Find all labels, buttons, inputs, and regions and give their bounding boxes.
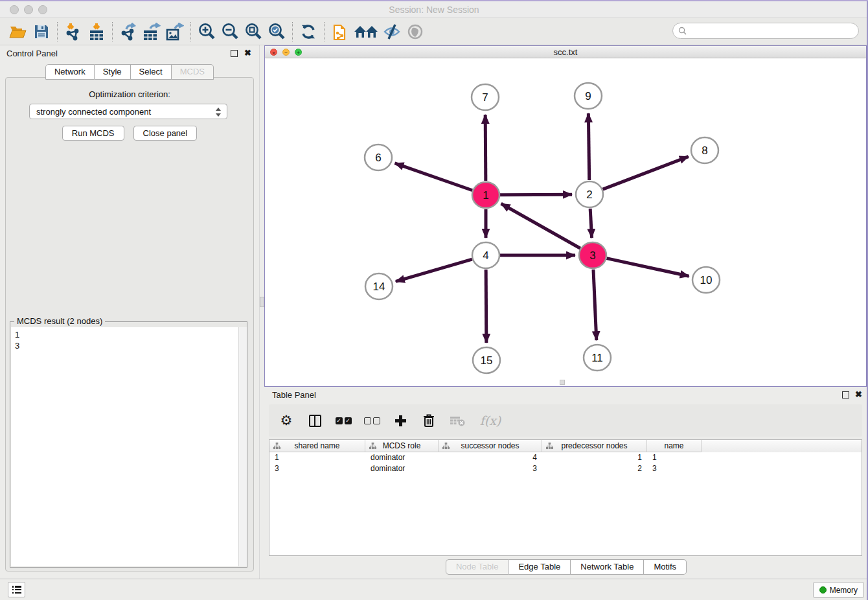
plus-icon (395, 415, 406, 426)
graph-edge-1-2[interactable] (500, 194, 572, 195)
toolbar-separator (190, 22, 191, 41)
splitter-handle-icon[interactable] (260, 297, 264, 307)
column-header-successor-nodes[interactable]: successor nodes (439, 440, 542, 452)
control-panel-header: Control Panel ✖ (0, 45, 259, 62)
tab-edge-table[interactable]: Edge Table (508, 559, 571, 575)
column-header-shared-name[interactable]: shared name (269, 440, 365, 452)
zoom-out-button[interactable] (218, 21, 242, 43)
control-panel-float-button[interactable] (231, 50, 238, 57)
zoom-in-button[interactable] (195, 21, 218, 43)
criterion-value: strongly connected component (36, 107, 151, 117)
tab-motifs[interactable]: Motifs (644, 559, 687, 575)
graph-edge-3-11[interactable] (593, 270, 597, 340)
table-panel-header: Table Panel ✖ (264, 387, 868, 404)
tab-mcds[interactable]: MCDS (172, 64, 214, 80)
close-panel-button[interactable]: Close panel (133, 126, 198, 141)
network-graph[interactable]: 7968124314101511 (265, 59, 866, 387)
cell-successor-nodes[interactable]: 3 (439, 463, 542, 474)
node-table[interactable]: shared name MCDS role successor nodes pr… (269, 439, 862, 556)
network-canvas[interactable]: 7968124314101511 (265, 59, 866, 386)
cell-mcds-role[interactable]: dominator (365, 463, 439, 474)
export-image-button[interactable] (163, 21, 187, 43)
criterion-select[interactable]: strongly connected component (29, 104, 227, 119)
eye-disabled-icon (406, 23, 424, 40)
memory-button[interactable]: Memory (813, 582, 864, 598)
cell-mcds-role[interactable]: dominator (365, 452, 439, 463)
tab-select[interactable]: Select (131, 64, 172, 80)
refresh-view-button[interactable] (297, 21, 320, 43)
tab-network[interactable]: Network (45, 64, 95, 80)
panel-splitter[interactable] (259, 45, 264, 579)
cell-predecessor-nodes[interactable]: 2 (542, 463, 647, 474)
graph-edge-1-6[interactable] (394, 163, 472, 190)
export-image-icon (166, 23, 184, 41)
network-view-titlebar[interactable]: x − + scc.txt (265, 46, 866, 58)
network-hscrollbar[interactable] (560, 380, 565, 385)
graph-edge-2-3[interactable] (590, 209, 591, 238)
network-view-title: scc.txt (265, 47, 866, 57)
tab-node-table[interactable]: Node Table (446, 559, 509, 575)
zoom-fit-icon (245, 23, 262, 40)
hierarchy-icon (369, 443, 376, 450)
graph-edge-1-7[interactable] (485, 115, 486, 181)
select-all-columns-button[interactable]: ✓✓ (335, 412, 352, 429)
optimization-criterion-label: Optimization criterion: (6, 89, 253, 99)
control-panel-close-button[interactable]: ✖ (244, 48, 251, 58)
delete-column-button[interactable] (420, 412, 437, 429)
tab-network-table[interactable]: Network Table (571, 559, 644, 575)
export-table-button[interactable] (140, 21, 163, 43)
zoom-fit-button[interactable] (242, 21, 265, 43)
show-hidden-button[interactable] (404, 21, 427, 43)
save-session-button[interactable] (30, 21, 53, 43)
graph-edge-2-8[interactable] (603, 157, 689, 190)
show-column-panel-button[interactable] (306, 412, 323, 429)
search-box[interactable] (672, 23, 859, 39)
cell-shared-name[interactable]: 1 (269, 452, 365, 463)
column-settings-button[interactable]: ⚙ (278, 412, 295, 429)
control-panel-title: Control Panel (6, 49, 58, 58)
function-builder-button[interactable]: f(x) (477, 412, 503, 429)
graph-edge-3-10[interactable] (606, 259, 689, 277)
graph-edge-2-9[interactable] (588, 113, 589, 180)
column-header-predecessor-nodes[interactable]: predecessor nodes (542, 440, 647, 452)
cell-predecessor-nodes[interactable]: 1 (542, 452, 647, 463)
window-titlebar: Session: New Session (0, 1, 868, 18)
table-row[interactable]: 1 dominator 4 1 1 (269, 452, 862, 463)
cell-name[interactable]: 1 (647, 452, 702, 463)
mcds-result-text[interactable]: 1 3 (11, 327, 238, 566)
hierarchy-icon (442, 443, 450, 450)
zoom-selected-button[interactable] (265, 21, 288, 43)
cell-shared-name[interactable]: 3 (269, 463, 365, 474)
open-session-button[interactable] (6, 21, 30, 43)
tab-style[interactable]: Style (95, 64, 131, 80)
toolbar-separator (112, 22, 113, 41)
hide-selected-button[interactable] (380, 21, 404, 43)
cell-name[interactable]: 3 (647, 463, 702, 474)
column-header-mcds-role[interactable]: MCDS role (365, 440, 439, 452)
table-panel-close-button[interactable]: ✖ (855, 389, 862, 399)
import-network-button[interactable] (62, 21, 85, 43)
graph-edge-4-15[interactable] (486, 270, 486, 343)
import-table-button[interactable] (85, 21, 108, 43)
search-input[interactable] (689, 27, 858, 36)
run-mcds-button[interactable]: Run MCDS (62, 126, 124, 141)
create-column-button[interactable] (392, 412, 409, 429)
graph-node-label: 6 (375, 152, 381, 164)
graph-edge-4-14[interactable] (396, 259, 472, 281)
cell-successor-nodes[interactable]: 4 (439, 452, 542, 463)
table-panel-tabs: Node Table Edge Table Network Table Moti… (264, 559, 868, 575)
unchecked-boxes-icon (364, 417, 380, 424)
unselect-all-columns-button[interactable] (363, 412, 380, 429)
column-header-name[interactable]: name (647, 440, 702, 452)
zoom-selected-icon (268, 23, 286, 40)
table-toolbar: ⚙ ✓✓ f(x) (269, 404, 862, 437)
new-network-from-selection-button[interactable] (328, 21, 352, 43)
delete-table-button[interactable] (449, 412, 466, 429)
task-history-button[interactable] (8, 582, 25, 597)
export-network-button[interactable] (117, 21, 140, 43)
show-all-networks-button[interactable] (352, 21, 380, 43)
mcds-result-scrollbar[interactable] (238, 327, 247, 566)
graph-edge-3-1[interactable] (501, 203, 580, 248)
table-row[interactable]: 3 dominator 3 2 3 (269, 463, 862, 474)
table-panel-float-button[interactable] (842, 391, 849, 398)
